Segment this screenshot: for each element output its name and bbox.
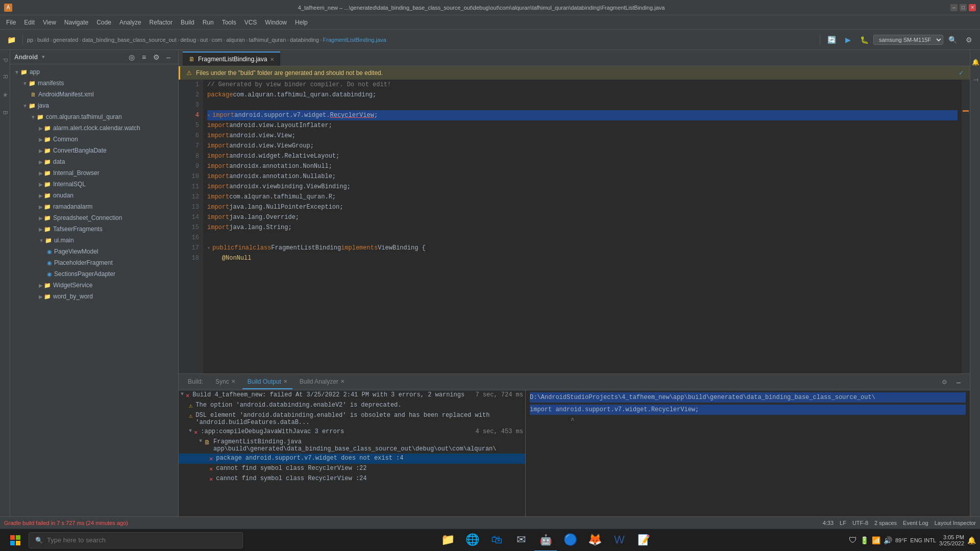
right-icon-notifications[interactable]: 🔔: [971, 54, 980, 70]
build-expand-file[interactable]: ▼: [199, 438, 202, 444]
bottom-tab-buildoutput[interactable]: Build Output ✕: [242, 375, 292, 389]
fold-btn-17[interactable]: ▾: [207, 245, 210, 251]
toolbar-settings-btn[interactable]: ⚙: [962, 33, 976, 47]
clock[interactable]: 3:05 PM 3/25/2022: [939, 534, 964, 546]
panel-locate-btn[interactable]: ◎: [126, 52, 137, 63]
volume-icon[interactable]: 🔊: [884, 536, 892, 544]
build-item-compile[interactable]: ▼ ✕ :app:compileDebugJavaWithJavac 3 err…: [179, 427, 525, 437]
layout-inspector-btn[interactable]: Layout Inspector: [935, 520, 976, 526]
toolbar-run-btn[interactable]: ▶: [841, 33, 855, 47]
menu-navigate[interactable]: Navigate: [60, 17, 92, 28]
breadcrumb-alquran[interactable]: alquran: [226, 37, 245, 43]
tree-item-convertbangla[interactable]: ▶ 📁 ConvertBanglaDate: [10, 145, 178, 156]
tree-item-internalsql[interactable]: ▶ 📁 InternalSQL: [10, 179, 178, 190]
minimize-button[interactable]: –: [950, 4, 958, 11]
expand-pkg[interactable]: ▼: [31, 114, 36, 120]
taskbar-app-firefox[interactable]: 🦊: [583, 529, 606, 552]
taskbar-search-box[interactable]: 🔍: [29, 532, 243, 548]
code-content[interactable]: // Generated by view binder compiler. Do…: [203, 80, 962, 373]
tree-item-pkg[interactable]: ▼ 📁 com.alquran.tafhimul_quran: [10, 111, 178, 122]
start-button[interactable]: [4, 529, 27, 552]
build-expand-compile[interactable]: ▼: [189, 428, 192, 434]
menu-vcs[interactable]: VCS: [240, 17, 261, 28]
device-selector[interactable]: samsung SM-M115F: [873, 35, 943, 45]
tree-item-widgetservice[interactable]: ▶ 📁 WidgetService: [10, 280, 178, 291]
tree-item-spreadsheet[interactable]: ▶ 📁 Spreadsheet_Connection: [10, 212, 178, 223]
panel-collapse-btn[interactable]: ≡: [138, 52, 150, 63]
menu-refactor[interactable]: Refactor: [145, 17, 177, 28]
breadcrumb-file[interactable]: FragmentListBinding.java: [323, 37, 386, 43]
expand-wordbyword[interactable]: ▶: [39, 294, 43, 299]
taskbar-app-edge[interactable]: 🌐: [461, 529, 483, 552]
fold-btn-4[interactable]: ▾: [207, 112, 210, 118]
panel-settings-btn[interactable]: ⚙: [151, 52, 162, 63]
favorites-icon[interactable]: ★: [1, 87, 10, 103]
event-log-btn[interactable]: Event Log: [903, 520, 928, 526]
status-encoding[interactable]: UTF-8: [852, 520, 868, 526]
bottom-panel-close-btn[interactable]: –: [951, 375, 966, 389]
menu-help[interactable]: Help: [291, 17, 312, 28]
warning-dismiss[interactable]: ✓: [959, 69, 964, 77]
menu-build[interactable]: Build: [177, 17, 199, 28]
tree-item-placeholderfrag[interactable]: ◉ PlaceholderFragment: [10, 257, 178, 268]
expand-app[interactable]: ▼: [14, 69, 19, 75]
expand-internalbrowser[interactable]: ▶: [39, 170, 43, 176]
window-controls[interactable]: – □ ✕: [950, 4, 976, 11]
menu-file[interactable]: File: [2, 17, 20, 28]
tree-item-wordbyword[interactable]: ▶ 📁 word_by_word: [10, 291, 178, 302]
bottom-tab-sync-close[interactable]: ✕: [231, 379, 235, 384]
tree-item-tafseerfragments[interactable]: ▶ 📁 TafseerFragments: [10, 223, 178, 235]
build-item-err1[interactable]: ✕ package android.support.v7.widget does…: [179, 454, 525, 464]
build-item-err2[interactable]: ✕ cannot find symbol class RecyclerView …: [179, 464, 525, 474]
bottom-tab-buildoutput-close[interactable]: ✕: [283, 379, 287, 384]
keyboard-layout[interactable]: ENG INTL: [910, 537, 936, 543]
breadcrumb-pp[interactable]: pp: [27, 37, 33, 43]
breadcrumb-debug[interactable]: debug: [180, 37, 196, 43]
breadcrumb-build[interactable]: build: [37, 37, 49, 43]
expand-alarm[interactable]: ▶: [39, 126, 43, 131]
toolbar-sync-btn[interactable]: 🔄: [824, 33, 839, 47]
expand-common[interactable]: ▶: [39, 137, 43, 142]
breadcrumb-com[interactable]: com: [212, 37, 223, 43]
toolbar-search-btn[interactable]: 🔍: [945, 33, 960, 47]
status-position[interactable]: 4:33: [823, 520, 834, 526]
build-item-root[interactable]: ▼ ✕ Build 4_tafheem_new: failed At 3/25/…: [179, 390, 525, 400]
expand-tafseerfragments[interactable]: ▶: [39, 227, 43, 232]
panel-hide-btn[interactable]: –: [163, 52, 174, 63]
tree-item-data[interactable]: ▶ 📁 data: [10, 156, 178, 167]
build-variants-icon[interactable]: B: [1, 107, 10, 119]
editor-tab-fragmentlistbinding[interactable]: 🗎 FragmentListBinding.java ✕: [183, 52, 280, 66]
expand-internalsql[interactable]: ▶: [39, 182, 43, 187]
taskbar-app-explorer[interactable]: 📁: [436, 529, 459, 552]
build-item-file[interactable]: ▼ 🗎 FragmentListBinding.java app\build\g…: [179, 437, 525, 454]
taskbar-app-androidstudio[interactable]: 🤖: [534, 529, 557, 552]
notifications-btn[interactable]: 🔔: [967, 536, 976, 544]
tree-item-pageviewmodel[interactable]: ◉ PageViewModel: [10, 246, 178, 257]
status-lf[interactable]: LF: [840, 520, 846, 526]
restore-button[interactable]: □: [960, 4, 967, 11]
virus-icon[interactable]: 🛡: [849, 536, 857, 545]
bottom-tab-buildanalyzer-close[interactable]: ✕: [340, 379, 345, 384]
tree-item-common[interactable]: ▶ 📁 Common: [10, 134, 178, 145]
build-expand-root[interactable]: ▼: [181, 391, 184, 397]
expand-uimain[interactable]: ▼: [39, 238, 44, 243]
tree-item-app[interactable]: ▼ 📁 app: [10, 66, 178, 78]
tab-close-btn[interactable]: ✕: [270, 57, 274, 62]
taskbar-app-notepad[interactable]: 📝: [632, 529, 655, 552]
menu-run[interactable]: Run: [199, 17, 218, 28]
expand-convertbangla[interactable]: ▶: [39, 148, 43, 154]
menu-window[interactable]: Window: [261, 17, 291, 28]
resource-icon[interactable]: R: [1, 70, 10, 83]
taskbar-app-chrome[interactable]: 🔵: [559, 529, 581, 552]
breadcrumb-tafhimul[interactable]: tafhimul_quran: [249, 37, 286, 43]
status-spaces[interactable]: 2 spaces: [874, 520, 897, 526]
project-dropdown[interactable]: ▾: [42, 54, 45, 60]
menu-tools[interactable]: Tools: [218, 17, 240, 28]
bottom-tab-settings[interactable]: ⚙: [942, 379, 947, 386]
breadcrumb-out[interactable]: out: [200, 37, 208, 43]
battery-icon[interactable]: 🔋: [860, 536, 869, 544]
expand-manifests[interactable]: ▼: [22, 81, 28, 86]
menu-analyze[interactable]: Analyze: [115, 17, 145, 28]
taskbar-app-store[interactable]: 🛍: [485, 529, 508, 552]
tree-item-onudan[interactable]: ▶ 📁 onudan: [10, 190, 178, 201]
